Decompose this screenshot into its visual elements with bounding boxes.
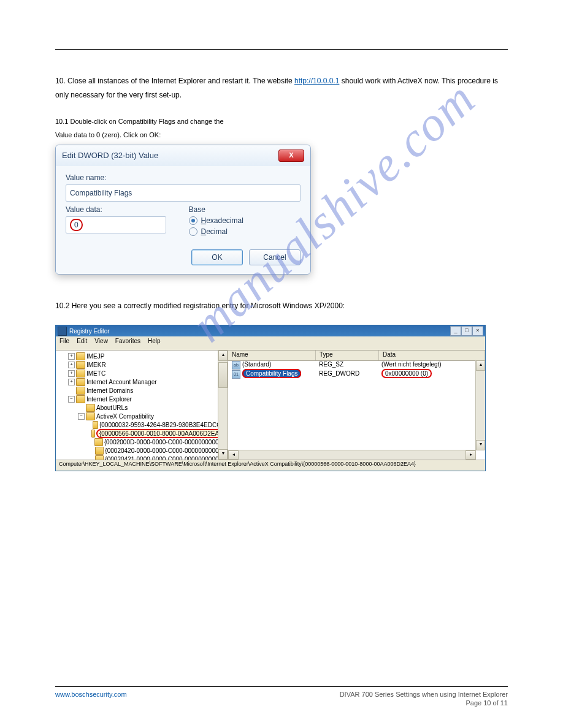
menu-view[interactable]: View xyxy=(94,338,108,349)
value-name-text: Compatibility Flags xyxy=(70,189,132,197)
status-bar: Computer\HKEY_LOCAL_MACHINE\SOFTWARE\Mic… xyxy=(56,460,485,471)
tree-node-guid[interactable]: {00000032-9593-4264-8B29-930B3E4EDCCD} xyxy=(99,422,228,428)
step-10-2: 10.2 Here you see a correctly modified r… xyxy=(55,299,508,313)
folder-icon xyxy=(86,404,95,412)
folder-icon xyxy=(76,370,85,377)
tree-node-imetc[interactable]: IMETC xyxy=(86,370,105,377)
registry-editor-window: Registry Editor _ □ × File Edit View Fav… xyxy=(55,325,486,471)
heading-pre: 10. Close all instances of the Internet … xyxy=(55,77,294,85)
close-icon[interactable]: X xyxy=(278,150,304,162)
window-title: Registry Editor xyxy=(69,328,110,335)
tree-node-guid[interactable]: {0002000D-0000-0000-C000-000000000046} xyxy=(104,439,228,446)
tree-node-guid-selected[interactable]: {00000566-0000-0010-8000-00AA006D2EA4} xyxy=(96,429,228,438)
value-name: (Standard) xyxy=(242,361,271,368)
tree-node-ie[interactable]: Internet Explorer xyxy=(86,396,132,403)
tree-node-intdom[interactable]: Internet Domains xyxy=(86,387,133,394)
value-data-label: Value data: xyxy=(66,205,178,214)
value-name-label: Value name: xyxy=(66,173,301,182)
top-rule xyxy=(55,49,508,50)
radio-hex[interactable]: Hexadecimal xyxy=(189,216,301,225)
edit-dword-dialog: Edit DWORD (32-bit) Value X Value name: … xyxy=(55,145,311,275)
maximize-icon[interactable]: □ xyxy=(461,326,472,336)
ok-button[interactable]: OK xyxy=(191,249,243,265)
menu-bar: File Edit View Favorites Help xyxy=(56,336,485,351)
regedit-icon xyxy=(58,327,67,336)
expander-icon[interactable]: + xyxy=(68,362,75,368)
radio-icon xyxy=(189,216,197,225)
expander-icon[interactable]: − xyxy=(68,396,75,403)
folder-icon xyxy=(95,447,104,455)
value-data: 0x00000000 (0) xyxy=(381,369,432,378)
scroll-right-icon[interactable]: ▸ xyxy=(465,450,476,460)
base-group-label: Base xyxy=(189,205,301,214)
tree-node-guid[interactable]: {00020421-0000-0000-C000-000000000046} xyxy=(105,456,228,460)
step-10-1-b: Value data to 0 (zero). Click on OK: xyxy=(55,131,508,138)
tree-node-imekr[interactable]: IMEKR xyxy=(86,362,106,368)
menu-file[interactable]: File xyxy=(59,338,69,349)
scrollbar-vertical[interactable]: ▴ ▾ xyxy=(218,351,228,460)
scroll-up-icon[interactable]: ▴ xyxy=(476,360,485,371)
menu-favorites[interactable]: Favorites xyxy=(115,338,140,349)
tree-view[interactable]: +IMEJP +IMEKR +IMETC +Internet Account M… xyxy=(56,351,228,460)
scroll-up-icon[interactable]: ▴ xyxy=(218,351,228,361)
close-icon[interactable]: × xyxy=(472,326,483,336)
expander-icon[interactable]: + xyxy=(68,353,75,360)
menu-edit[interactable]: Edit xyxy=(77,338,87,349)
folder-icon xyxy=(76,378,85,386)
footer-website[interactable]: www.boschsecurity.com xyxy=(55,691,127,698)
page-footer: www.boschsecurity.com DIVAR 700 Series S… xyxy=(0,681,563,707)
folder-icon xyxy=(86,412,95,420)
radio-icon xyxy=(189,227,197,236)
tree-node-guid[interactable]: {00020420-0000-0000-C000-000000000046} xyxy=(105,447,228,454)
scroll-left-icon[interactable]: ◂ xyxy=(228,450,239,460)
tree-node-iam[interactable]: Internet Account Manager xyxy=(86,379,157,385)
folder-icon xyxy=(76,361,85,369)
folder-icon xyxy=(76,352,85,360)
scroll-down-icon[interactable]: ▾ xyxy=(476,440,485,450)
folder-icon xyxy=(76,387,85,395)
column-type[interactable]: Type xyxy=(316,351,379,360)
folder-icon xyxy=(91,430,95,438)
step-10-1-a: 10.1 Double-click on Compatibility Flags… xyxy=(55,118,508,125)
heading-block: 10. Close all instances of the Internet … xyxy=(55,74,508,102)
expander-icon[interactable]: − xyxy=(78,413,85,420)
hex-label: exadecimal xyxy=(206,216,243,225)
column-data[interactable]: Data xyxy=(379,351,485,360)
dec-label: ecimal xyxy=(206,227,228,236)
value-list: Name Type Data ab(Standard) REG_SZ (Wert… xyxy=(228,351,485,460)
value-type: REG_SZ xyxy=(315,361,378,370)
radio-dec[interactable]: Decimal xyxy=(189,227,301,236)
ip-link[interactable]: http://10.0.0.1 xyxy=(294,77,339,85)
value-data-text: 0 xyxy=(70,219,83,231)
scrollbar-vertical[interactable]: ▴ ▾ xyxy=(475,360,485,450)
scrollbar-horizontal[interactable]: ◂ ▸ xyxy=(228,450,476,460)
cancel-button[interactable]: Cancel xyxy=(249,249,301,265)
menu-help[interactable]: Help xyxy=(148,338,161,349)
expander-icon[interactable]: + xyxy=(68,370,75,377)
folder-icon xyxy=(93,421,98,429)
expander-icon[interactable]: + xyxy=(68,379,75,385)
folder-icon xyxy=(94,438,102,446)
minimize-icon[interactable]: _ xyxy=(450,326,461,336)
folder-icon xyxy=(95,455,104,460)
string-value-icon: ab xyxy=(232,361,240,370)
value-row-selected[interactable]: 01Compatibility Flags REG_DWORD 0x000000… xyxy=(228,370,485,379)
dword-value-icon: 01 xyxy=(232,370,240,379)
dialog-title: Edit DWORD (32-bit) Value xyxy=(62,151,158,160)
tree-node-imejp[interactable]: IMEJP xyxy=(86,353,104,360)
scroll-down-icon[interactable]: ▾ xyxy=(218,449,228,460)
tree-node-abouturls[interactable]: AboutURLs xyxy=(96,404,128,411)
footer-page: Page 10 of 11 xyxy=(465,699,508,707)
scroll-thumb[interactable] xyxy=(218,362,228,388)
value-type: REG_DWORD xyxy=(315,370,378,379)
column-name[interactable]: Name xyxy=(228,351,316,360)
tree-node-activex[interactable]: ActiveX Compatibility xyxy=(96,413,154,420)
folder-icon xyxy=(76,395,85,403)
value-name: Compatibility Flags xyxy=(242,369,301,378)
value-name-input[interactable]: Compatibility Flags xyxy=(66,184,301,202)
footer-doc-title: DIVAR 700 Series Settings when using Int… xyxy=(340,691,508,698)
value-data-input[interactable]: 0 xyxy=(66,216,166,233)
